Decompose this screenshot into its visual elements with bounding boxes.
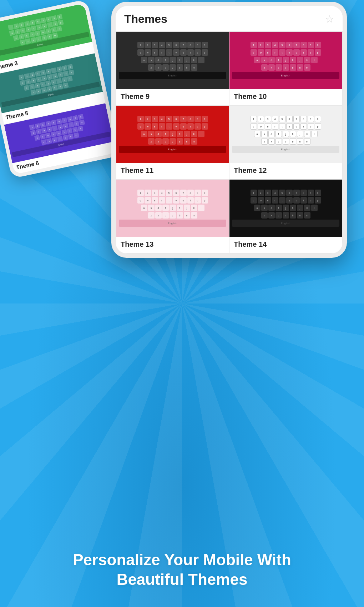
theme-11-card[interactable]: 1234567890 qwertyuiop asdfghjkl zxcvbnm … (116, 106, 229, 179)
phone-main: Themes ☆ 1234567890 qwertyuiop asdfghjkl… (111, 2, 347, 258)
theme-9-card[interactable]: 1234567890 qwertyuiop asdfghjkl zxcvbnm … (116, 32, 229, 105)
page-title: Themes (124, 12, 167, 26)
theme-9-label: Theme 9 (116, 89, 229, 105)
theme-10-label: Theme 10 (229, 89, 342, 105)
theme-12-card[interactable]: 1234567890 qwertyuiop asdfghjkl zxcvbnm … (229, 106, 342, 179)
theme-11-label: Theme 11 (116, 163, 229, 179)
promo-line2: Beautiful Themes (117, 571, 248, 588)
themes-header: Themes ☆ (116, 6, 343, 31)
themes-grid: 1234567890 qwertyuiop asdfghjkl zxcvbnm … (116, 31, 343, 254)
theme-10-card[interactable]: 1234567890 qwertyuiop asdfghjkl zxcvbnm … (229, 32, 342, 105)
star-icon[interactable]: ☆ (325, 13, 334, 25)
theme-13-label: Theme 13 (116, 237, 229, 253)
theme-14-card[interactable]: 1234567890 qwertyuiop asdfghjkl zxcvbnm … (229, 180, 342, 253)
theme-12-label: Theme 12 (229, 163, 342, 179)
promo-section: Personalize Your Mobile With Beautiful T… (0, 550, 364, 589)
theme-14-label: Theme 14 (229, 237, 342, 253)
promo-line1: Personalize Your Mobile With (73, 551, 291, 568)
theme-13-card[interactable]: 1234567890 qwertyuiop asdfghjkl zxcvbnm … (116, 180, 229, 253)
